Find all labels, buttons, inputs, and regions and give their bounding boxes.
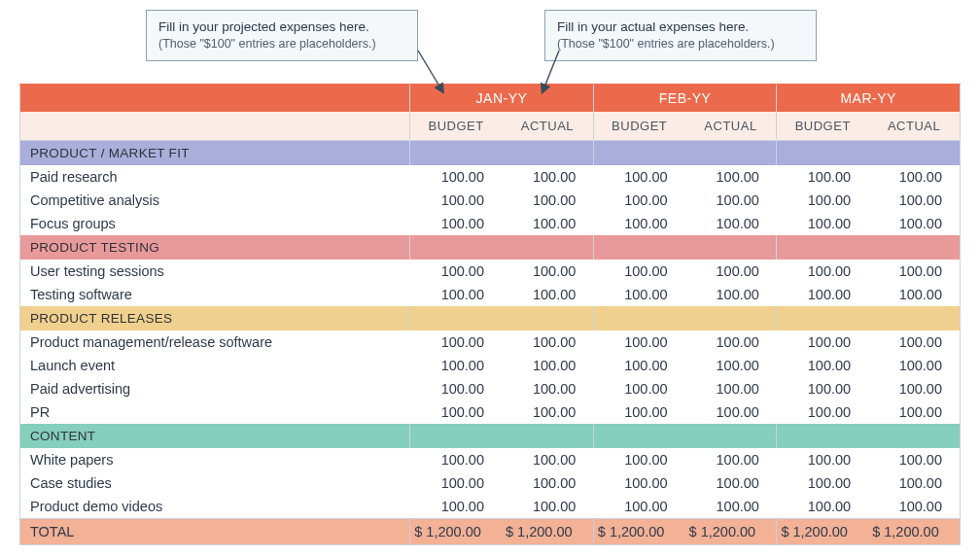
row-value[interactable]: 100.00: [502, 260, 593, 283]
table-row: User testing sessions100.00100.00100.001…: [20, 260, 961, 283]
row-value[interactable]: 100.00: [502, 495, 593, 519]
row-value[interactable]: 100.00: [685, 448, 777, 471]
row-value[interactable]: 100.00: [593, 189, 684, 212]
row-value[interactable]: 100.00: [868, 400, 960, 424]
section-header: PRODUCT RELEASES: [20, 306, 961, 330]
row-value[interactable]: 100.00: [685, 377, 777, 400]
row-value[interactable]: 100.00: [502, 330, 593, 354]
section-header-pad: [502, 235, 593, 260]
row-value[interactable]: 100.00: [410, 471, 502, 495]
row-value[interactable]: 100.00: [868, 260, 960, 283]
row-value[interactable]: 100.00: [777, 377, 868, 400]
total-value: $ 1,200.00: [777, 519, 868, 545]
row-value[interactable]: 100.00: [868, 189, 960, 212]
row-value[interactable]: 100.00: [410, 495, 502, 519]
callout-row: Fill in your projected expenses here. (T…: [19, 10, 961, 78]
row-value[interactable]: 100.00: [685, 283, 777, 306]
row-value[interactable]: 100.00: [502, 283, 593, 306]
row-value[interactable]: 100.00: [593, 283, 684, 306]
table-row: Product demo videos100.00100.00100.00100…: [20, 495, 961, 519]
row-value[interactable]: 100.00: [410, 400, 502, 424]
section-header-pad: [868, 306, 960, 330]
row-value[interactable]: 100.00: [868, 283, 960, 306]
row-value[interactable]: 100.00: [410, 330, 502, 354]
section-header-pad: [868, 424, 960, 448]
row-value[interactable]: 100.00: [502, 377, 593, 400]
section-header-pad: [868, 141, 960, 166]
row-value[interactable]: 100.00: [410, 377, 502, 400]
row-value[interactable]: 100.00: [777, 400, 868, 424]
row-value[interactable]: 100.00: [777, 448, 868, 471]
row-value[interactable]: 100.00: [593, 354, 684, 377]
section-header-label: CONTENT: [20, 424, 410, 448]
row-value[interactable]: 100.00: [868, 165, 960, 189]
row-value[interactable]: 100.00: [868, 377, 960, 400]
row-value[interactable]: 100.00: [685, 260, 777, 283]
row-value[interactable]: 100.00: [868, 471, 960, 495]
row-value[interactable]: 100.00: [593, 471, 684, 495]
row-value[interactable]: 100.00: [777, 189, 868, 212]
section-header-pad: [777, 306, 868, 330]
row-value[interactable]: 100.00: [593, 400, 684, 424]
row-value[interactable]: 100.00: [410, 260, 502, 283]
row-label: Product demo videos: [20, 495, 410, 519]
row-value[interactable]: 100.00: [410, 212, 502, 235]
section-header-label: PRODUCT TESTING: [20, 235, 410, 260]
row-value[interactable]: 100.00: [502, 189, 593, 212]
row-label: White papers: [20, 448, 410, 471]
row-value[interactable]: 100.00: [410, 189, 502, 212]
section-header-pad: [685, 235, 777, 260]
row-value[interactable]: 100.00: [777, 330, 868, 354]
row-value[interactable]: 100.00: [410, 283, 502, 306]
row-value[interactable]: 100.00: [777, 354, 868, 377]
row-value[interactable]: 100.00: [593, 448, 684, 471]
section-header-pad: [593, 424, 684, 448]
row-value[interactable]: 100.00: [593, 212, 684, 235]
row-value[interactable]: 100.00: [777, 260, 868, 283]
table-row: Product management/release software100.0…: [20, 330, 961, 354]
row-value[interactable]: 100.00: [777, 471, 868, 495]
row-value[interactable]: 100.00: [410, 354, 502, 377]
row-label: PR: [20, 400, 410, 424]
row-value[interactable]: 100.00: [868, 495, 960, 519]
table-row: Paid advertising100.00100.00100.00100.00…: [20, 377, 961, 400]
table-row: Paid research100.00100.00100.00100.00100…: [20, 165, 961, 189]
row-value[interactable]: 100.00: [502, 400, 593, 424]
row-value[interactable]: 100.00: [502, 448, 593, 471]
row-value[interactable]: 100.00: [777, 495, 868, 519]
row-value[interactable]: 100.00: [868, 330, 960, 354]
row-value[interactable]: 100.00: [685, 495, 777, 519]
row-value[interactable]: 100.00: [685, 330, 777, 354]
row-label: Product management/release software: [20, 330, 410, 354]
row-value[interactable]: 100.00: [502, 354, 593, 377]
sub-header: BUDGET: [593, 112, 684, 141]
row-value[interactable]: 100.00: [685, 212, 777, 235]
row-value[interactable]: 100.00: [593, 165, 684, 189]
section-header: PRODUCT TESTING: [20, 235, 961, 260]
row-value[interactable]: 100.00: [777, 283, 868, 306]
row-value[interactable]: 100.00: [685, 471, 777, 495]
row-value[interactable]: 100.00: [868, 354, 960, 377]
row-label: Competitive analysis: [20, 189, 410, 212]
row-value[interactable]: 100.00: [593, 330, 684, 354]
row-value[interactable]: 100.00: [685, 400, 777, 424]
row-value[interactable]: 100.00: [410, 165, 502, 189]
sub-header: ACTUAL: [868, 112, 960, 141]
row-value[interactable]: 100.00: [777, 165, 868, 189]
row-value[interactable]: 100.00: [502, 212, 593, 235]
row-value[interactable]: 100.00: [593, 377, 684, 400]
row-value[interactable]: 100.00: [685, 354, 777, 377]
section-header-pad: [410, 141, 502, 166]
row-value[interactable]: 100.00: [593, 260, 684, 283]
row-value[interactable]: 100.00: [685, 189, 777, 212]
row-value[interactable]: 100.00: [502, 471, 593, 495]
row-value[interactable]: 100.00: [777, 212, 868, 235]
row-value[interactable]: 100.00: [502, 165, 593, 189]
section-header-pad: [593, 235, 684, 260]
row-value[interactable]: 100.00: [593, 495, 684, 519]
total-value: $ 1,200.00: [502, 519, 593, 545]
row-value[interactable]: 100.00: [410, 448, 502, 471]
row-value[interactable]: 100.00: [868, 448, 960, 471]
row-value[interactable]: 100.00: [685, 165, 777, 189]
row-value[interactable]: 100.00: [868, 212, 960, 235]
